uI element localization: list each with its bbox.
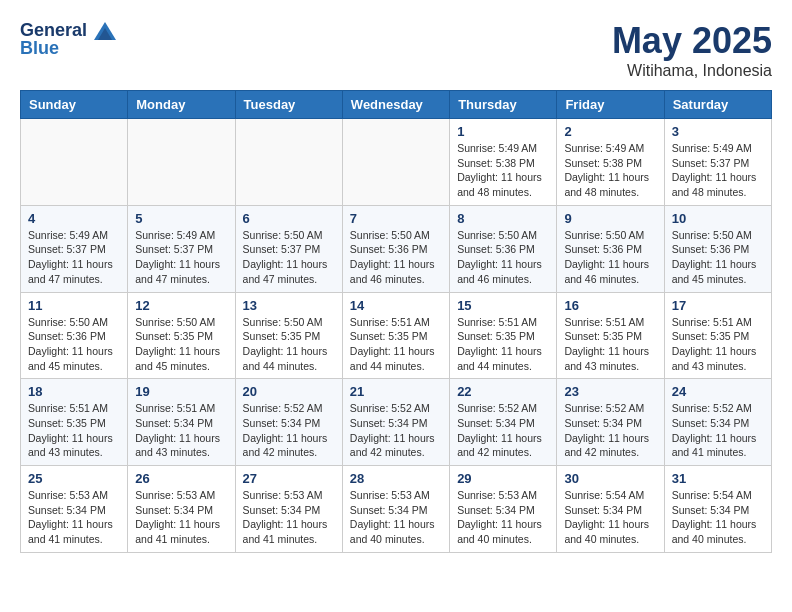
header-monday: Monday (128, 91, 235, 119)
table-row: 5Sunrise: 5:49 AMSunset: 5:37 PMDaylight… (128, 205, 235, 292)
day-info: Sunrise: 5:52 AMSunset: 5:34 PMDaylight:… (672, 401, 764, 460)
day-number: 22 (457, 384, 549, 399)
calendar-week-row: 11Sunrise: 5:50 AMSunset: 5:36 PMDayligh… (21, 292, 772, 379)
day-number: 8 (457, 211, 549, 226)
day-number: 5 (135, 211, 227, 226)
day-info: Sunrise: 5:49 AMSunset: 5:37 PMDaylight:… (135, 228, 227, 287)
day-number: 15 (457, 298, 549, 313)
calendar-week-row: 4Sunrise: 5:49 AMSunset: 5:37 PMDaylight… (21, 205, 772, 292)
day-number: 14 (350, 298, 442, 313)
day-number: 1 (457, 124, 549, 139)
day-number: 29 (457, 471, 549, 486)
title-block: May 2025 Witihama, Indonesia (612, 20, 772, 80)
logo: General Blue (20, 20, 116, 59)
logo-blue-text: Blue (20, 38, 116, 59)
table-row: 18Sunrise: 5:51 AMSunset: 5:35 PMDayligh… (21, 379, 128, 466)
table-row: 6Sunrise: 5:50 AMSunset: 5:37 PMDaylight… (235, 205, 342, 292)
calendar-week-row: 1Sunrise: 5:49 AMSunset: 5:38 PMDaylight… (21, 119, 772, 206)
day-info: Sunrise: 5:50 AMSunset: 5:37 PMDaylight:… (243, 228, 335, 287)
day-number: 18 (28, 384, 120, 399)
day-number: 30 (564, 471, 656, 486)
table-row: 22Sunrise: 5:52 AMSunset: 5:34 PMDayligh… (450, 379, 557, 466)
day-number: 19 (135, 384, 227, 399)
table-row: 21Sunrise: 5:52 AMSunset: 5:34 PMDayligh… (342, 379, 449, 466)
header-thursday: Thursday (450, 91, 557, 119)
day-number: 23 (564, 384, 656, 399)
day-info: Sunrise: 5:51 AMSunset: 5:35 PMDaylight:… (457, 315, 549, 374)
table-row: 23Sunrise: 5:52 AMSunset: 5:34 PMDayligh… (557, 379, 664, 466)
day-info: Sunrise: 5:49 AMSunset: 5:38 PMDaylight:… (457, 141, 549, 200)
header-sunday: Sunday (21, 91, 128, 119)
day-number: 28 (350, 471, 442, 486)
table-row: 24Sunrise: 5:52 AMSunset: 5:34 PMDayligh… (664, 379, 771, 466)
table-row: 26Sunrise: 5:53 AMSunset: 5:34 PMDayligh… (128, 466, 235, 553)
day-info: Sunrise: 5:51 AMSunset: 5:35 PMDaylight:… (564, 315, 656, 374)
table-row: 1Sunrise: 5:49 AMSunset: 5:38 PMDaylight… (450, 119, 557, 206)
day-number: 31 (672, 471, 764, 486)
table-row: 2Sunrise: 5:49 AMSunset: 5:38 PMDaylight… (557, 119, 664, 206)
day-info: Sunrise: 5:52 AMSunset: 5:34 PMDaylight:… (457, 401, 549, 460)
table-row: 3Sunrise: 5:49 AMSunset: 5:37 PMDaylight… (664, 119, 771, 206)
day-info: Sunrise: 5:53 AMSunset: 5:34 PMDaylight:… (28, 488, 120, 547)
day-info: Sunrise: 5:53 AMSunset: 5:34 PMDaylight:… (135, 488, 227, 547)
day-number: 9 (564, 211, 656, 226)
table-row (235, 119, 342, 206)
calendar-week-row: 25Sunrise: 5:53 AMSunset: 5:34 PMDayligh… (21, 466, 772, 553)
calendar-header-row: Sunday Monday Tuesday Wednesday Thursday… (21, 91, 772, 119)
table-row: 9Sunrise: 5:50 AMSunset: 5:36 PMDaylight… (557, 205, 664, 292)
day-number: 17 (672, 298, 764, 313)
calendar-table: Sunday Monday Tuesday Wednesday Thursday… (20, 90, 772, 553)
day-info: Sunrise: 5:54 AMSunset: 5:34 PMDaylight:… (564, 488, 656, 547)
table-row (342, 119, 449, 206)
table-row (128, 119, 235, 206)
table-row: 16Sunrise: 5:51 AMSunset: 5:35 PMDayligh… (557, 292, 664, 379)
day-info: Sunrise: 5:50 AMSunset: 5:36 PMDaylight:… (457, 228, 549, 287)
day-info: Sunrise: 5:53 AMSunset: 5:34 PMDaylight:… (243, 488, 335, 547)
day-info: Sunrise: 5:51 AMSunset: 5:35 PMDaylight:… (672, 315, 764, 374)
table-row: 29Sunrise: 5:53 AMSunset: 5:34 PMDayligh… (450, 466, 557, 553)
day-number: 13 (243, 298, 335, 313)
day-info: Sunrise: 5:54 AMSunset: 5:34 PMDaylight:… (672, 488, 764, 547)
header-saturday: Saturday (664, 91, 771, 119)
day-info: Sunrise: 5:50 AMSunset: 5:35 PMDaylight:… (243, 315, 335, 374)
table-row: 13Sunrise: 5:50 AMSunset: 5:35 PMDayligh… (235, 292, 342, 379)
table-row: 14Sunrise: 5:51 AMSunset: 5:35 PMDayligh… (342, 292, 449, 379)
day-info: Sunrise: 5:52 AMSunset: 5:34 PMDaylight:… (243, 401, 335, 460)
day-info: Sunrise: 5:52 AMSunset: 5:34 PMDaylight:… (350, 401, 442, 460)
table-row: 10Sunrise: 5:50 AMSunset: 5:36 PMDayligh… (664, 205, 771, 292)
day-info: Sunrise: 5:53 AMSunset: 5:34 PMDaylight:… (350, 488, 442, 547)
day-info: Sunrise: 5:50 AMSunset: 5:36 PMDaylight:… (350, 228, 442, 287)
day-number: 27 (243, 471, 335, 486)
table-row: 19Sunrise: 5:51 AMSunset: 5:34 PMDayligh… (128, 379, 235, 466)
header-tuesday: Tuesday (235, 91, 342, 119)
day-info: Sunrise: 5:53 AMSunset: 5:34 PMDaylight:… (457, 488, 549, 547)
table-row: 31Sunrise: 5:54 AMSunset: 5:34 PMDayligh… (664, 466, 771, 553)
day-number: 16 (564, 298, 656, 313)
day-number: 24 (672, 384, 764, 399)
calendar-week-row: 18Sunrise: 5:51 AMSunset: 5:35 PMDayligh… (21, 379, 772, 466)
table-row: 30Sunrise: 5:54 AMSunset: 5:34 PMDayligh… (557, 466, 664, 553)
day-info: Sunrise: 5:49 AMSunset: 5:37 PMDaylight:… (672, 141, 764, 200)
day-number: 6 (243, 211, 335, 226)
table-row: 4Sunrise: 5:49 AMSunset: 5:37 PMDaylight… (21, 205, 128, 292)
table-row: 17Sunrise: 5:51 AMSunset: 5:35 PMDayligh… (664, 292, 771, 379)
day-info: Sunrise: 5:51 AMSunset: 5:34 PMDaylight:… (135, 401, 227, 460)
table-row (21, 119, 128, 206)
day-number: 10 (672, 211, 764, 226)
table-row: 20Sunrise: 5:52 AMSunset: 5:34 PMDayligh… (235, 379, 342, 466)
table-row: 8Sunrise: 5:50 AMSunset: 5:36 PMDaylight… (450, 205, 557, 292)
header-friday: Friday (557, 91, 664, 119)
day-number: 21 (350, 384, 442, 399)
day-info: Sunrise: 5:51 AMSunset: 5:35 PMDaylight:… (350, 315, 442, 374)
day-info: Sunrise: 5:50 AMSunset: 5:35 PMDaylight:… (135, 315, 227, 374)
day-number: 12 (135, 298, 227, 313)
page-header: General Blue May 2025 Witihama, Indonesi… (20, 20, 772, 80)
location-title: Witihama, Indonesia (612, 62, 772, 80)
table-row: 25Sunrise: 5:53 AMSunset: 5:34 PMDayligh… (21, 466, 128, 553)
day-number: 7 (350, 211, 442, 226)
day-info: Sunrise: 5:50 AMSunset: 5:36 PMDaylight:… (672, 228, 764, 287)
header-wednesday: Wednesday (342, 91, 449, 119)
day-number: 20 (243, 384, 335, 399)
day-number: 11 (28, 298, 120, 313)
day-number: 26 (135, 471, 227, 486)
